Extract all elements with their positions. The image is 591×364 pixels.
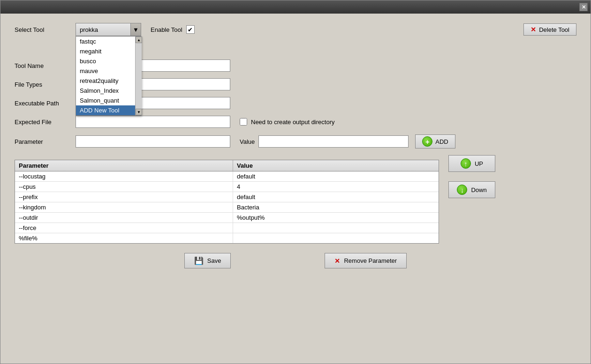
bottom-buttons: 💾 Save ✕ Remove Parameter xyxy=(15,253,576,278)
table-cell-param: --locustag xyxy=(15,171,233,181)
select-tool-wrapper: prokka ▼ fastqc megahit busco mauve retr… xyxy=(76,23,141,36)
scroll-up-button[interactable]: ▲ xyxy=(136,37,142,43)
enable-tool-label: Enable Tool xyxy=(151,26,182,33)
parameters-table: Parameter Value --locustag default --cpu… xyxy=(15,160,439,244)
down-icon: ↓ xyxy=(457,185,467,195)
delete-icon: ✕ xyxy=(530,26,536,33)
table-row[interactable]: --prefix default xyxy=(15,192,439,202)
delete-tool-button[interactable]: ✕ Delete Tool xyxy=(523,23,576,36)
table-cell-param: --force xyxy=(15,223,233,233)
remove-param-label: Remove Parameter xyxy=(344,257,397,264)
output-dir-checkbox[interactable] xyxy=(240,118,247,126)
dialog: ✕ Select Tool prokka ▼ fastqc megahit xyxy=(0,0,591,364)
table-cell-value: default xyxy=(233,192,439,202)
parameter-row: Parameter Value + ADD xyxy=(15,134,576,149)
expected-file-row: Expected File Need to create output dire… xyxy=(15,116,576,128)
select-tool-arrow[interactable]: ▼ xyxy=(130,23,141,36)
dropdown-items: fastqc megahit busco mauve retreat2quali… xyxy=(76,37,135,115)
output-dir-label: Need to create output directory xyxy=(251,119,335,126)
value-label: Value xyxy=(240,138,255,145)
table-cell-param: --prefix xyxy=(15,192,233,202)
select-tool-display[interactable]: prokka ▼ xyxy=(76,23,141,36)
value-input[interactable] xyxy=(258,135,409,148)
table-header: Parameter Value xyxy=(15,160,439,171)
table-cell-value xyxy=(233,223,439,233)
parameter-input[interactable] xyxy=(76,135,230,148)
table-row[interactable]: --force xyxy=(15,223,439,233)
table-cell-value: 4 xyxy=(233,182,439,192)
dropdown-item-retreat2quality[interactable]: retreat2quality xyxy=(76,76,135,86)
dropdown-item-salmon-quant[interactable]: Salmon_quant xyxy=(76,96,135,105)
scroll-track: ▲ ▼ xyxy=(135,37,142,115)
dropdown-item-mauve[interactable]: mauve xyxy=(76,66,135,76)
select-tool-row: Select Tool prokka ▼ fastqc megahit busc… xyxy=(15,23,576,36)
table-row[interactable]: --kingdom Bacteria xyxy=(15,202,439,213)
table-cell-param: %file% xyxy=(15,233,233,243)
table-cell-param: --outdir xyxy=(15,213,233,223)
select-tool-value: prokka xyxy=(80,26,98,33)
expected-file-label: Expected File xyxy=(15,119,76,126)
executable-path-label: Executable Path xyxy=(15,100,76,107)
add-label: ADD xyxy=(435,138,448,145)
dropdown-item-add-new-tool[interactable]: ADD New Tool xyxy=(76,105,135,115)
save-icon: 💾 xyxy=(194,256,204,265)
side-buttons: ↑ UP ↓ Down xyxy=(448,155,495,198)
dropdown-item-salmon-index[interactable]: Salmon_Index xyxy=(76,86,135,96)
content-area: Select Tool prokka ▼ fastqc megahit busc… xyxy=(0,14,591,364)
dropdown-with-scroll: fastqc megahit busco mauve retreat2quali… xyxy=(76,37,142,115)
save-button[interactable]: 💾 Save xyxy=(184,253,231,268)
add-icon: + xyxy=(422,136,432,147)
select-tool-dropdown: fastqc megahit busco mauve retreat2quali… xyxy=(76,36,141,116)
tool-name-label: Tool Name xyxy=(15,62,76,69)
table-cell-value xyxy=(233,233,439,243)
enable-tool-area: Enable Tool ✔ xyxy=(151,25,195,34)
enable-tool-checkbox[interactable]: ✔ xyxy=(186,25,195,34)
up-icon: ↑ xyxy=(461,158,471,169)
close-button[interactable]: ✕ xyxy=(579,3,588,11)
dropdown-item-busco[interactable]: busco xyxy=(76,56,135,66)
scroll-down-button[interactable]: ▼ xyxy=(136,109,142,115)
col-param-header: Parameter xyxy=(15,160,233,171)
table-cell-param: --kingdom xyxy=(15,202,233,212)
table-row[interactable]: %file% xyxy=(15,233,439,243)
add-button[interactable]: + ADD xyxy=(415,134,455,149)
select-tool-label: Select Tool xyxy=(15,26,76,33)
col-value-header: Value xyxy=(233,160,439,171)
delete-tool-label: Delete Tool xyxy=(539,26,569,33)
down-label: Down xyxy=(471,186,486,193)
dropdown-item-fastqc[interactable]: fastqc xyxy=(76,37,135,46)
title-bar: ✕ xyxy=(0,0,591,14)
remove-parameter-button[interactable]: ✕ Remove Parameter xyxy=(325,253,407,268)
table-body: --locustag default --cpus 4 --prefix def… xyxy=(15,171,439,243)
up-label: UP xyxy=(475,160,483,167)
table-cell-value: %output% xyxy=(233,213,439,223)
down-button[interactable]: ↓ Down xyxy=(448,181,495,198)
parameter-label: Parameter xyxy=(15,138,76,145)
table-cell-value: Bacteria xyxy=(233,202,439,212)
table-row[interactable]: --cpus 4 xyxy=(15,182,439,192)
expected-file-input[interactable] xyxy=(76,116,230,128)
up-button[interactable]: ↑ UP xyxy=(448,155,495,172)
dropdown-item-megahit[interactable]: megahit xyxy=(76,46,135,56)
save-label: Save xyxy=(207,257,221,264)
table-row[interactable]: --locustag default xyxy=(15,171,439,182)
table-cell-param: --cpus xyxy=(15,182,233,192)
remove-param-icon: ✕ xyxy=(334,257,340,265)
output-dir-area: Need to create output directory xyxy=(240,118,335,126)
table-area: Parameter Value --locustag default --cpu… xyxy=(15,155,576,244)
table-cell-value: default xyxy=(233,171,439,181)
file-types-label: File Types xyxy=(15,81,76,88)
table-row[interactable]: --outdir %output% xyxy=(15,213,439,223)
